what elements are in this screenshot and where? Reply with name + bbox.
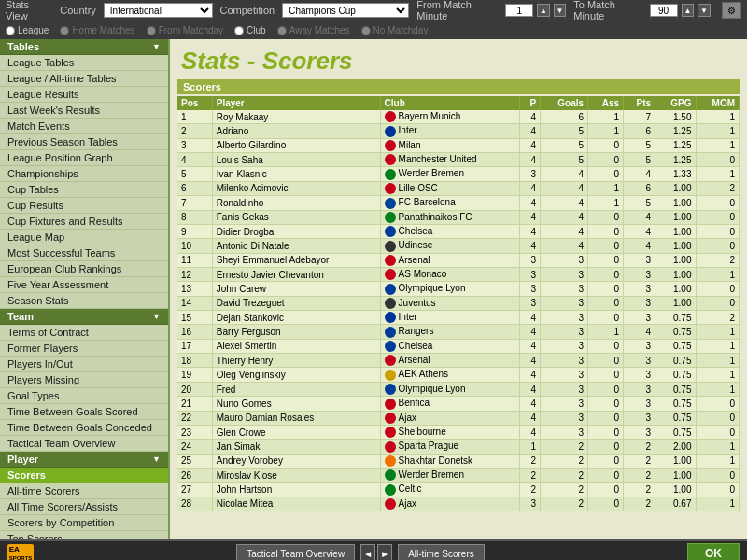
sidebar-item-season-stats[interactable]: Season Stats [0,293,168,309]
from-minute-down[interactable]: ▼ [554,4,567,17]
table-row[interactable]: 24 Jan Simak Sparta Prague 1 2 0 2 2.00 … [177,440,740,454]
sidebar-item-all-time-scorersassists[interactable]: All Time Scorers/Assists [0,499,168,515]
sidebar-item-tactical-team-overview[interactable]: Tactical Team Overview [0,436,168,452]
cell-pos: 5 [177,167,212,181]
sidebar-player-header[interactable]: Player ▼ [0,452,168,468]
table-row[interactable]: 7 Ronaldinho FC Barcelona 4 4 1 5 1.00 0 [177,196,740,210]
nav-next-arrow[interactable]: ► [377,544,392,560]
nav-alltime-btn[interactable]: All-time Scorers [398,544,485,560]
cell-gpg: 1.50 [655,110,696,124]
table-row[interactable]: 12 Ernesto Javier Chevanton AS Monaco 3 … [177,267,740,281]
sidebar-item-goal-types[interactable]: Goal Types [0,388,168,404]
cell-goals: 2 [541,440,588,454]
sidebar-item-former-players[interactable]: Former Players [0,341,168,357]
table-row[interactable]: 22 Mauro Damian Rosales Ajax 4 3 0 3 0.7… [177,411,740,425]
from-minute-input[interactable] [505,4,533,17]
to-minute-down[interactable]: ▼ [698,4,711,17]
sidebar-item-league-tables[interactable]: League Tables [0,55,168,71]
sidebar-item-top-scorers[interactable]: Top Scorers [0,531,168,539]
cell-goals: 3 [541,253,588,267]
cell-club: Juventus [380,296,520,310]
cell-mom: 2 [696,181,740,195]
sidebar-item-previous-season-tables[interactable]: Previous Season Tables [0,134,168,150]
table-row[interactable]: 20 Fred Olympique Lyon 4 3 0 3 0.75 1 [177,382,740,396]
sidebar-item-scorers[interactable]: Scorers [0,468,168,483]
sidebar-item-last-weeks-results[interactable]: Last Week's Results [0,103,168,119]
cell-pos: 7 [177,196,212,210]
to-matchday-radio-input[interactable] [361,26,371,35]
table-row[interactable]: 11 Sheyi Emmanuel Adebayor Arsenal 3 3 0… [177,253,740,267]
sidebar-item-terms-of-contract[interactable]: Terms of Contract [0,325,168,341]
from-matchday-radio-input[interactable] [147,26,156,35]
sidebar-item-league--all-time-tables[interactable]: League / All-time Tables [0,71,168,87]
table-row[interactable]: 23 Glen Crowe Shelbourne 4 3 0 3 0.75 0 [177,425,740,439]
sidebar-item-european-club-rankings[interactable]: European Club Rankings [0,261,168,277]
sidebar-tables-header[interactable]: Tables ▼ [0,39,168,55]
sidebar-item-scorers-by-competition[interactable]: Scorers by Competition [0,515,168,531]
sidebar-item-time-between-goals-scored[interactable]: Time Between Goals Scored [0,404,168,420]
ok-button[interactable]: OK [687,543,740,560]
to-minute-up[interactable]: ▲ [682,4,695,17]
home-matches-radio[interactable]: Home Matches [60,25,134,35]
table-row[interactable]: 3 Alberto Gilardino Milan 4 5 0 5 1.25 1 [177,138,740,152]
country-label: Country [60,5,96,16]
table-row[interactable]: 26 Miroslav Klose Werder Bremen 2 2 0 2 … [177,468,740,482]
table-row[interactable]: 21 Nuno Gomes Benfica 4 3 0 3 0.75 0 [177,397,740,411]
table-row[interactable]: 18 Thierry Henry Arsenal 4 3 0 3 0.75 1 [177,354,740,368]
sidebar-item-all-time-scorers[interactable]: All-time Scorers [0,483,168,499]
table-row[interactable]: 16 Barry Ferguson Rangers 4 3 1 4 0.75 1 [177,325,740,339]
table-row[interactable]: 19 Oleg Venglinskiy AEK Athens 4 3 0 3 0… [177,368,740,382]
competition-dropdown[interactable]: Champions Cup [282,3,409,18]
sidebar-item-most-successful-teams[interactable]: Most Successful Teams [0,245,168,261]
cell-ass: 0 [588,368,624,382]
home-matches-radio-input[interactable] [60,26,69,35]
table-row[interactable]: 15 Dejan Stankovic Inter 4 3 0 3 0.75 2 [177,311,740,325]
away-matches-radio-input[interactable] [277,26,287,35]
sidebar-item-five-year-assessment[interactable]: Five Year Assessment [0,277,168,293]
table-row[interactable]: 5 Ivan Klasnic Werder Bremen 3 4 0 4 1.3… [177,167,740,181]
table-row[interactable]: 1 Roy Makaay Bayern Munich 4 6 1 7 1.50 … [177,110,740,124]
sidebar-item-league-position-graph[interactable]: League Position Graph [0,150,168,166]
col-pts: Pts [624,96,655,110]
away-matches-radio[interactable]: Away Matches [277,25,350,35]
table-row[interactable]: 2 Adriano Inter 4 5 1 6 1.25 1 [177,124,740,138]
to-minute-input[interactable] [650,4,678,17]
sidebar-item-match-events[interactable]: Match Events [0,119,168,134]
cell-goals: 5 [541,138,588,152]
table-row[interactable]: 10 Antonio Di Natale Udinese 4 4 0 4 1.0… [177,239,740,253]
table-row[interactable]: 9 Didier Drogba Chelsea 4 4 0 4 1.00 0 [177,224,740,238]
sidebar-item-players-missing[interactable]: Players Missing [0,372,168,388]
cell-club: Shakhtar Donetsk [380,454,520,468]
settings-button[interactable]: ⚙ [722,2,741,19]
cell-mom: 0 [696,411,740,425]
table-row[interactable]: 13 John Carew Olympique Lyon 3 3 0 3 1.0… [177,282,740,296]
table-row[interactable]: 14 David Trezeguet Juventus 3 3 0 3 1.00… [177,296,740,310]
cell-mom: 0 [696,153,740,167]
sidebar-item-league-map[interactable]: League Map [0,230,168,245]
to-matchday-radio[interactable]: No Matchday [361,25,429,35]
table-row[interactable]: 6 Milenko Acimovic Lille OSC 4 4 1 6 1.0… [177,181,740,195]
nav-tactical-btn[interactable]: Tactical Team Overview [236,544,355,560]
table-row[interactable]: 25 Andrey Vorobey Shakhtar Donetsk 2 2 0… [177,454,740,468]
sidebar-item-time-between-goals-conceded[interactable]: Time Between Goals Conceded [0,420,168,436]
sidebar-team-header[interactable]: Team ▼ [0,309,168,325]
table-row[interactable]: 17 Alexei Smertin Chelsea 4 3 0 3 0.75 1 [177,339,740,353]
from-matchday-radio[interactable]: From Matchday [147,25,223,35]
sidebar-item-cup-results[interactable]: Cup Results [0,198,168,214]
table-row[interactable]: 8 Fanis Gekas Panathinaikos FC 4 4 0 4 1… [177,210,740,224]
league-radio[interactable]: League [6,25,49,35]
sidebar-item-championships[interactable]: Championships [0,166,168,182]
table-row[interactable]: 4 Louis Saha Manchester United 4 5 0 5 1… [177,153,740,167]
country-dropdown[interactable]: International [104,3,213,18]
from-minute-up[interactable]: ▲ [537,4,550,17]
nav-prev-arrow[interactable]: ◄ [360,544,375,560]
sidebar-item-players-inout[interactable]: Players In/Out [0,357,168,372]
table-row[interactable]: 27 John Hartson Celtic 2 2 0 2 1.00 0 [177,483,740,497]
sidebar-item-league-results[interactable]: League Results [0,87,168,103]
table-row[interactable]: 28 Nicolae Mitea Ajax 3 2 0 2 0.67 1 [177,497,740,511]
sidebar-item-cup-tables[interactable]: Cup Tables [0,182,168,198]
club-radio-input[interactable] [234,26,244,35]
club-radio[interactable]: Club [234,25,266,35]
league-radio-input[interactable] [6,26,15,35]
sidebar-item-cup-fixtures-and-results[interactable]: Cup Fixtures and Results [0,214,168,230]
